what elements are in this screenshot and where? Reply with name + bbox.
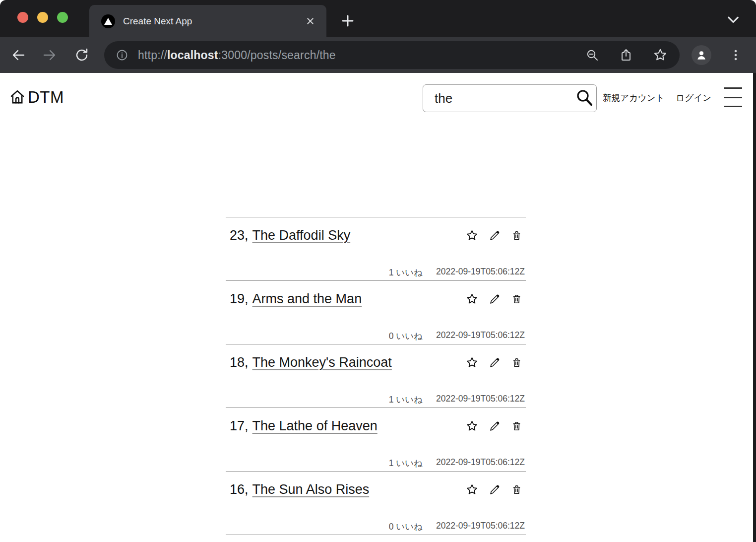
forward-button[interactable] (42, 48, 57, 63)
post-row: 23, The Daffodil Sky 1 いいね 2022-09-19T05… (226, 217, 526, 281)
delete-button[interactable] (510, 293, 523, 305)
omnibox-actions (585, 48, 668, 63)
post-actions (466, 483, 523, 496)
fullscreen-window-button[interactable] (57, 12, 68, 23)
url-path: :3000/posts/search/the (218, 49, 336, 62)
back-button[interactable] (11, 48, 26, 63)
post-number: 17, (230, 418, 249, 434)
like-star-button[interactable] (466, 356, 478, 369)
pencil-icon (489, 484, 501, 496)
like-star-button[interactable] (466, 293, 478, 305)
post-likes: 0 いいね (389, 330, 423, 342)
post-list: 23, The Daffodil Sky 1 いいね 2022-09-19T05… (226, 217, 526, 535)
browser-window: Create Next App (0, 0, 756, 542)
trash-icon (511, 484, 522, 495)
pencil-icon (489, 357, 501, 369)
url-host: localhost (167, 49, 218, 62)
post-number: 18, (230, 355, 249, 370)
star-icon (466, 356, 478, 369)
close-window-button[interactable] (17, 12, 28, 23)
signup-link[interactable]: 新規アカウント (603, 92, 665, 104)
post-row: 16, The Sun Also Rises 0 いいね 2022-09-19T… (226, 472, 526, 535)
address-bar[interactable]: http://localhost:3000/posts/search/the (104, 41, 680, 69)
post-title-link[interactable]: The Daffodil Sky (252, 228, 351, 243)
url-text: http://localhost:3000/posts/search/the (138, 49, 336, 62)
post-timestamp: 2022-09-19T05:06:12Z (436, 267, 525, 278)
star-icon (466, 229, 478, 242)
hamburger-menu-icon[interactable] (724, 87, 742, 107)
person-icon (695, 49, 708, 62)
browser-menu-icon[interactable] (728, 48, 743, 63)
edit-button[interactable] (488, 483, 501, 496)
post-timestamp: 2022-09-19T05:06:12Z (436, 521, 525, 533)
post-title-link[interactable]: The Sun Also Rises (252, 482, 370, 497)
tab-search-chevron-icon[interactable] (726, 15, 740, 26)
search-input[interactable] (423, 91, 572, 106)
reload-button[interactable] (74, 48, 89, 63)
star-icon (466, 483, 478, 496)
delete-button[interactable] (510, 420, 523, 432)
delete-button[interactable] (510, 483, 523, 496)
post-meta: 1 いいね 2022-09-19T05:06:12Z (389, 457, 525, 469)
post-actions (466, 229, 523, 242)
site-info-icon[interactable] (116, 49, 128, 61)
like-star-button[interactable] (466, 229, 478, 242)
home-link[interactable]: DTM (9, 88, 64, 107)
post-title-link[interactable]: The Monkey's Raincoat (252, 355, 392, 370)
edit-button[interactable] (488, 420, 501, 432)
like-star-button[interactable] (466, 483, 478, 496)
post-title-link[interactable]: The Lathe of Heaven (252, 418, 378, 434)
hamburger-line (724, 87, 742, 89)
pencil-icon (489, 293, 501, 305)
zoom-out-icon[interactable] (585, 48, 599, 62)
pencil-icon (489, 230, 501, 242)
post-meta: 0 いいね 2022-09-19T05:06:12Z (389, 521, 525, 533)
tab-title: Create Next App (123, 16, 192, 27)
trash-icon (511, 230, 522, 241)
header-links: 新規アカウント ログイン (603, 92, 711, 104)
post-meta: 1 いいね 2022-09-19T05:06:12Z (389, 394, 525, 406)
delete-button[interactable] (510, 229, 523, 242)
edit-button[interactable] (488, 229, 501, 242)
post-likes: 1 いいね (389, 394, 423, 406)
post-meta: 1 いいね 2022-09-19T05:06:12Z (389, 267, 525, 278)
post-likes: 1 いいね (389, 457, 423, 469)
login-link[interactable]: ログイン (676, 92, 712, 104)
post-title-link[interactable]: Arms and the Man (252, 291, 362, 307)
browser-tab[interactable]: Create Next App (89, 5, 326, 37)
home-icon (9, 89, 26, 106)
close-tab-icon[interactable] (305, 16, 315, 26)
pencil-icon (489, 420, 501, 432)
trash-icon (511, 357, 522, 368)
delete-button[interactable] (510, 356, 523, 369)
post-row: 19, Arms and the Man 0 いいね 2022-09-19T05… (226, 281, 526, 344)
post-timestamp: 2022-09-19T05:06:12Z (436, 330, 525, 342)
search-button[interactable] (572, 86, 596, 110)
edit-button[interactable] (488, 293, 501, 305)
post-meta: 0 いいね 2022-09-19T05:06:12Z (389, 330, 525, 342)
profile-avatar[interactable] (692, 45, 711, 65)
brand-title: DTM (28, 88, 64, 107)
post-timestamp: 2022-09-19T05:06:12Z (436, 457, 525, 469)
new-tab-button[interactable] (340, 13, 355, 28)
page-content: DTM 新規アカウント ログイン 23, The (0, 73, 756, 542)
tab-strip: Create Next App (0, 0, 756, 37)
post-likes: 1 いいね (389, 267, 423, 278)
nextjs-favicon-icon (101, 14, 115, 28)
browser-toolbar: http://localhost:3000/posts/search/the (0, 37, 756, 73)
search-icon (574, 88, 594, 108)
star-icon (466, 293, 478, 305)
like-star-button[interactable] (466, 420, 478, 432)
post-row: 18, The Monkey's Raincoat 1 いいね 2022-09-… (226, 344, 526, 408)
minimize-window-button[interactable] (37, 12, 48, 23)
edit-button[interactable] (488, 356, 501, 369)
star-icon (466, 420, 478, 432)
post-actions (466, 356, 523, 369)
scrollbar[interactable] (753, 73, 756, 542)
post-number: 19, (230, 291, 249, 307)
post-actions (466, 420, 523, 432)
bookmark-star-icon[interactable] (653, 48, 668, 63)
hamburger-line (724, 97, 742, 98)
hamburger-line (724, 106, 742, 107)
share-icon[interactable] (619, 48, 633, 62)
